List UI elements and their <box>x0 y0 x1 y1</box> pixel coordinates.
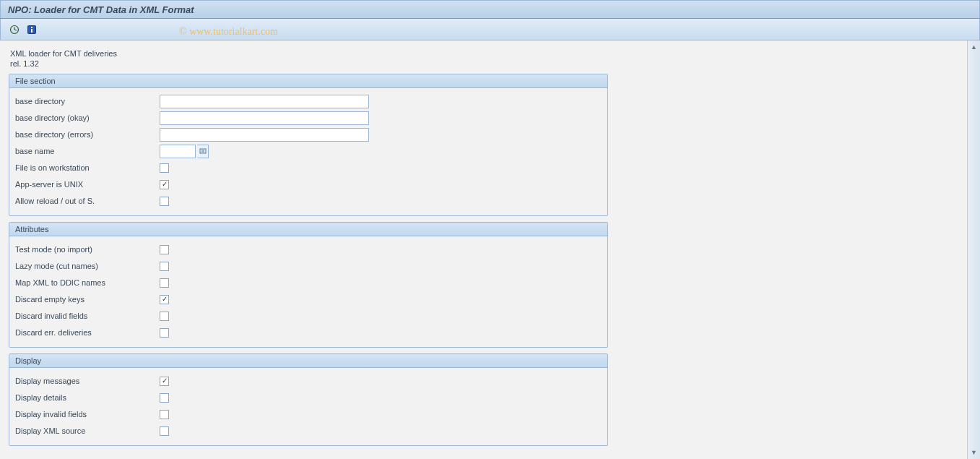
checkbox-discard-empty[interactable] <box>160 295 169 304</box>
group-attr-header: Attributes <box>9 223 607 236</box>
label-base-dir-ok: base directory (okay) <box>15 113 160 122</box>
svg-rect-4 <box>31 27 32 28</box>
row-discard-err: Discard err. deliveries <box>15 325 602 340</box>
title-bar: NPO: Loader for CMT Data in XML Format <box>0 0 980 19</box>
scroll-up-icon[interactable]: ▲ <box>969 42 979 52</box>
group-file-body: base directory base directory (okay) bas… <box>9 88 607 215</box>
label-discard-invalid: Discard invalid fields <box>15 312 160 320</box>
checkbox-discard-err[interactable] <box>160 328 169 338</box>
content-wrap: XML loader for CMT deliveries rel. 1.32 … <box>0 40 980 459</box>
label-display-details: Display details <box>15 393 160 402</box>
f4-help-icon[interactable] <box>197 145 209 158</box>
checkbox-file-ws[interactable] <box>160 163 169 173</box>
checkbox-display-details[interactable] <box>160 393 169 403</box>
label-discard-empty: Discard empty keys <box>15 295 160 304</box>
row-display-details: Display details <box>15 390 602 406</box>
checkbox-reload[interactable] <box>160 197 169 206</box>
row-discard-empty: Discard empty keys <box>15 291 602 307</box>
checkbox-discard-invalid[interactable] <box>160 312 169 321</box>
group-display-body: Display messages Display details Display… <box>9 368 607 445</box>
checkbox-display-xml[interactable] <box>160 426 169 436</box>
row-reload: Allow reload / out of S. <box>15 193 602 209</box>
label-discard-err: Discard err. deliveries <box>15 328 160 337</box>
input-base-dir-ok[interactable] <box>160 111 369 125</box>
svg-rect-6 <box>200 149 206 153</box>
group-attr-body: Test mode (no import) Lazy mode (cut nam… <box>9 236 607 347</box>
label-unix: App-server is UNIX <box>15 180 160 189</box>
label-display-invalid: Display invalid fields <box>15 410 160 419</box>
label-lazy-mode: Lazy mode (cut names) <box>15 262 160 270</box>
row-base-dir: base directory <box>15 93 602 109</box>
row-display-invalid: Display invalid fields <box>15 406 602 422</box>
row-map-xml: Map XML to DDIC names <box>15 275 602 291</box>
row-base-dir-ok: base directory (okay) <box>15 110 602 126</box>
vertical-scrollbar[interactable]: ▲ ▼ <box>967 40 980 459</box>
main-content: XML loader for CMT deliveries rel. 1.32 … <box>0 40 967 459</box>
input-base-name[interactable] <box>160 145 196 158</box>
group-display: Display Display messages Display details… <box>9 353 608 446</box>
row-unix: App-server is UNIX <box>15 176 602 192</box>
row-file-ws: File is on workstation <box>15 160 602 176</box>
page-title: NPO: Loader for CMT Data in XML Format <box>8 4 194 15</box>
row-lazy-mode: Lazy mode (cut names) <box>15 258 602 274</box>
checkbox-unix[interactable] <box>160 180 169 189</box>
label-reload: Allow reload / out of S. <box>15 197 160 205</box>
label-display-msg: Display messages <box>15 377 160 385</box>
svg-rect-5 <box>31 29 32 33</box>
label-display-xml: Display XML source <box>15 426 160 435</box>
row-base-dir-err: base directory (errors) <box>15 126 602 142</box>
row-base-name: base name <box>15 143 602 159</box>
checkbox-map-xml[interactable] <box>160 278 169 288</box>
execute-icon[interactable] <box>8 23 21 36</box>
input-base-dir[interactable] <box>160 95 369 108</box>
label-base-name: base name <box>15 147 160 155</box>
label-test-mode: Test mode (no import) <box>15 245 160 254</box>
checkbox-display-invalid[interactable] <box>160 410 169 419</box>
svg-line-2 <box>14 30 17 30</box>
row-display-xml: Display XML source <box>15 423 602 439</box>
label-base-dir: base directory <box>15 97 160 106</box>
checkbox-display-msg[interactable] <box>160 377 169 386</box>
scroll-down-icon[interactable]: ▼ <box>969 447 979 458</box>
row-test-mode: Test mode (no import) <box>15 241 602 257</box>
checkbox-lazy-mode[interactable] <box>160 262 169 271</box>
app-toolbar <box>0 19 980 40</box>
checkbox-test-mode[interactable] <box>160 245 169 254</box>
info-icon[interactable] <box>25 23 38 36</box>
row-discard-invalid: Discard invalid fields <box>15 308 602 324</box>
info-line-1: XML loader for CMT deliveries <box>10 49 958 58</box>
group-display-header: Display <box>9 354 607 368</box>
label-base-dir-err: base directory (errors) <box>15 130 160 139</box>
info-line-2: rel. 1.32 <box>10 59 958 68</box>
label-file-ws: File is on workstation <box>15 163 160 172</box>
group-file-header: File section <box>9 74 607 88</box>
group-file-section: File section base directory base directo… <box>9 74 608 216</box>
input-base-dir-err[interactable] <box>160 128 369 142</box>
label-map-xml: Map XML to DDIC names <box>15 278 160 287</box>
row-display-msg: Display messages <box>15 373 602 389</box>
group-attributes: Attributes Test mode (no import) Lazy mo… <box>9 222 608 348</box>
